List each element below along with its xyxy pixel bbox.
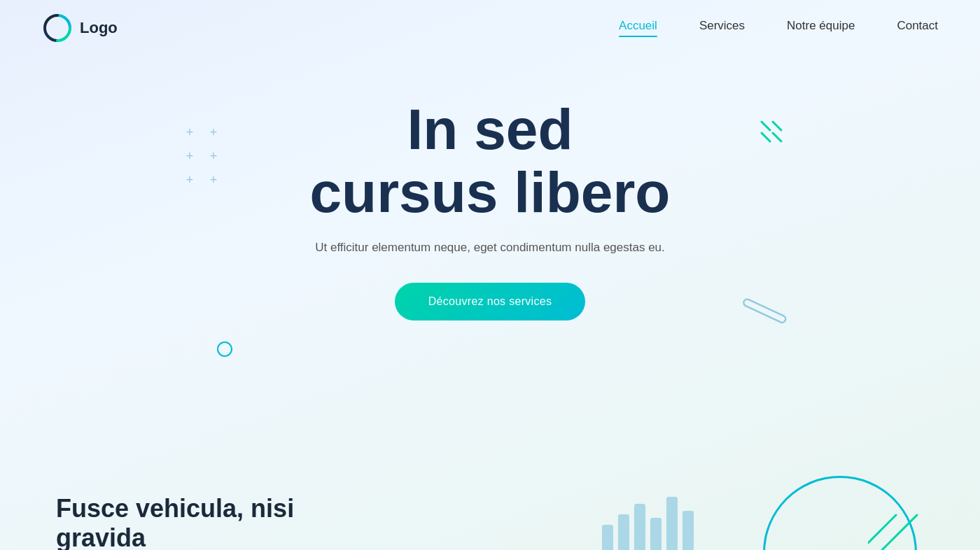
nav-item-contact[interactable]: Contact bbox=[897, 19, 938, 37]
nav-links: Accueil Services Notre équipe Contact bbox=[619, 19, 938, 37]
bar-2 bbox=[618, 514, 629, 550]
nav-item-services[interactable]: Services bbox=[699, 19, 745, 37]
bar-3 bbox=[634, 504, 645, 550]
hero-title-line1: In sed bbox=[407, 97, 573, 161]
logo-text: Logo bbox=[80, 19, 118, 37]
svg-line-7 bbox=[882, 515, 917, 550]
plus-icon: + bbox=[206, 150, 221, 165]
pencil-decoration bbox=[742, 284, 798, 329]
navbar: Logo Accueil Services Notre équipe Conta… bbox=[0, 0, 980, 56]
nav-link-team[interactable]: Notre équipe bbox=[787, 19, 855, 32]
bar-1 bbox=[602, 525, 613, 550]
nav-item-accueil[interactable]: Accueil bbox=[619, 19, 657, 37]
svg-line-1 bbox=[762, 122, 770, 130]
nav-link-accueil[interactable]: Accueil bbox=[619, 19, 657, 37]
hero-section: + + + + + + In sed cursus libero Ut effi… bbox=[0, 56, 980, 448]
pencil-icon bbox=[742, 284, 798, 326]
bar-4 bbox=[650, 518, 662, 550]
svg-rect-5 bbox=[743, 298, 787, 324]
below-hero-section: Fusce vehicula, nisi gravida bbox=[0, 448, 980, 550]
plus-icon: + bbox=[206, 126, 221, 141]
plus-icon: + bbox=[182, 174, 197, 189]
plus-icon: + bbox=[182, 126, 197, 141]
x-decoration bbox=[759, 119, 784, 147]
nav-link-services[interactable]: Services bbox=[699, 19, 745, 32]
logo-wrap[interactable]: Logo bbox=[42, 13, 118, 43]
nav-item-team[interactable]: Notre équipe bbox=[787, 19, 855, 37]
plus-grid-decoration: + + + + + + bbox=[182, 126, 221, 189]
nav-link-contact[interactable]: Contact bbox=[897, 19, 938, 32]
svg-line-2 bbox=[773, 122, 781, 130]
cta-button[interactable]: Découvrez nos services bbox=[395, 283, 585, 320]
x-icon bbox=[759, 119, 784, 144]
circle-decoration bbox=[217, 341, 232, 357]
svg-line-3 bbox=[762, 133, 770, 141]
plus-icon: + bbox=[206, 174, 221, 189]
hero-subtitle: Ut efficitur elementum neque, eget condi… bbox=[28, 241, 952, 255]
hero-title-line2: cursus libero bbox=[310, 160, 671, 224]
logo-icon bbox=[42, 13, 73, 43]
svg-line-4 bbox=[773, 133, 781, 141]
bar-5 bbox=[666, 497, 678, 550]
plus-icon: + bbox=[182, 150, 197, 165]
bar-chart bbox=[602, 490, 694, 550]
below-illustration bbox=[602, 469, 924, 550]
hero-title: In sed cursus libero bbox=[28, 98, 952, 224]
bar-6 bbox=[682, 511, 694, 550]
green-lines-decoration bbox=[868, 494, 924, 550]
below-title: Fusce vehicula, nisi gravida bbox=[56, 494, 350, 550]
